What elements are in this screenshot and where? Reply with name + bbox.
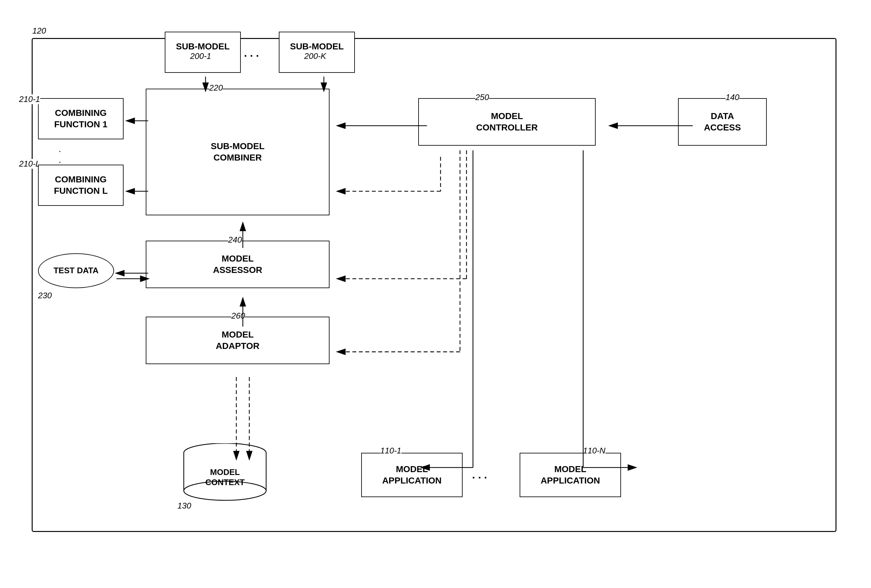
ref-250: 250 — [475, 93, 489, 102]
ref-130: 130 — [177, 501, 191, 511]
model-app-1-label: MODELAPPLICATION — [382, 464, 441, 487]
model-controller-box: MODELCONTROLLER — [418, 98, 596, 146]
model-assessor-box: MODELASSESSOR — [146, 241, 329, 288]
model-app-n-box: MODELAPPLICATION — [519, 453, 621, 497]
sub-model-combiner-label: SUB-MODELCOMBINER — [211, 140, 265, 164]
model-app-1-box: MODELAPPLICATION — [361, 453, 462, 497]
combining-fn-l-box: COMBININGFUNCTION L — [38, 165, 124, 206]
ref-110-1: 110-1 — [380, 446, 401, 456]
sub-model-combiner-box: SUB-MODELCOMBINER — [146, 89, 329, 215]
svg-text:MODEL: MODEL — [210, 467, 240, 477]
data-access-label: DATAACCESS — [704, 110, 741, 134]
model-adaptor-box: MODELADAPTOR — [146, 316, 329, 364]
data-access-box: DATAACCESS — [678, 98, 767, 146]
model-adaptor-label: MODELADAPTOR — [216, 329, 259, 352]
test-data-label: TEST DATA — [54, 265, 99, 276]
dots-apps: . . . — [472, 469, 487, 481]
ref-140: 140 — [726, 93, 739, 102]
model-controller-label: MODELCONTROLLER — [476, 110, 538, 134]
combining-fn-1-label: COMBININGFUNCTION 1 — [54, 107, 108, 130]
diagram-container: 120 SUB-MODEL1 200-1 SUB-MODELK 200-K . … — [13, 13, 856, 576]
model-context-shape: MODEL CONTEXT — [177, 443, 272, 507]
ref-230: 230 — [38, 291, 52, 300]
ref-200-k: 200-K — [304, 51, 326, 61]
test-data-oval: TEST DATA — [38, 253, 114, 288]
ref-220: 220 — [209, 83, 223, 93]
combining-fn-l-label: COMBININGFUNCTION L — [54, 174, 108, 197]
ref-210-l: 210-L — [19, 159, 40, 169]
ref-110-n: 110-N — [583, 446, 606, 456]
svg-text:CONTEXT: CONTEXT — [205, 478, 245, 487]
ref-260: 260 — [231, 311, 245, 321]
dots-submodels: . . . — [244, 47, 259, 59]
ref-240: 240 — [228, 235, 242, 245]
ref-210-1: 210-1 — [19, 94, 40, 104]
combining-fn-1-box: COMBININGFUNCTION 1 — [38, 98, 124, 139]
model-assessor-label: MODELASSESSOR — [213, 253, 262, 276]
label-120: 120 — [32, 26, 46, 36]
ref-200-1: 200-1 — [190, 51, 211, 61]
model-app-n-label: MODELAPPLICATION — [540, 464, 600, 487]
